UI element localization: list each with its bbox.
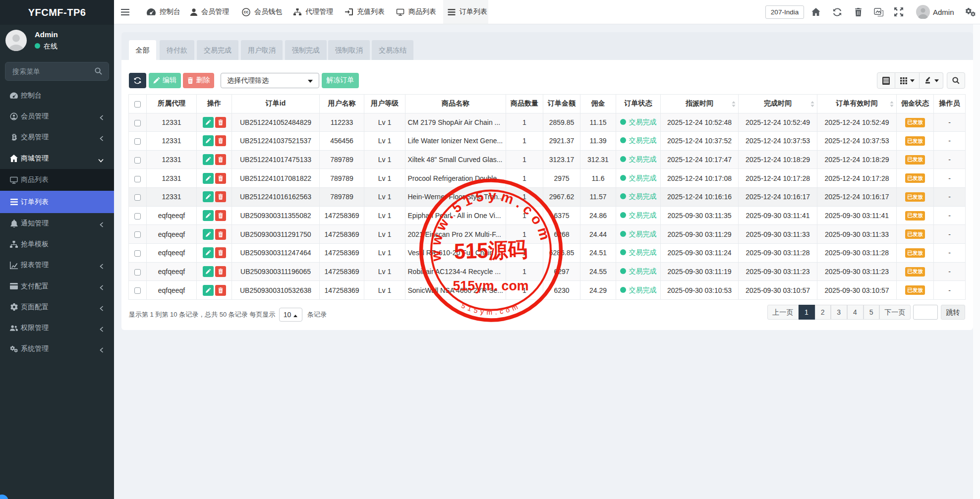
svg-text:515ym. com: 515ym. com — [453, 277, 529, 293]
svg-text:cc: cc — [244, 9, 249, 14]
svg-text:515源码: 515源码 — [454, 236, 528, 263]
svg-text:515ym.com: 515ym.com — [460, 301, 521, 316]
